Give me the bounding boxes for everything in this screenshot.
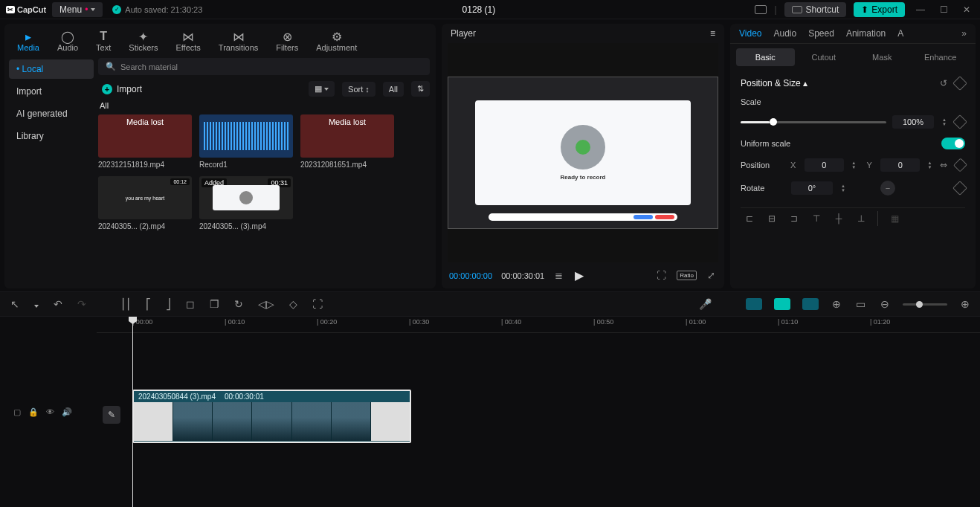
scale-slider[interactable] xyxy=(741,121,886,123)
sidebar-ai[interactable]: AI generated xyxy=(9,104,94,123)
track-square-icon[interactable]: ▢ xyxy=(13,407,21,417)
y-stepper[interactable]: ▲▼ xyxy=(926,161,934,169)
subtab-cutout[interactable]: Cutout xyxy=(795,48,854,66)
export-button[interactable]: ⬆ Export xyxy=(854,2,905,17)
mirror-tool[interactable]: ◁▷ xyxy=(257,297,276,311)
filter-all[interactable]: All xyxy=(383,82,404,97)
track-icon[interactable]: ▭ xyxy=(854,297,867,311)
mic-icon[interactable]: 🎤 xyxy=(697,297,713,311)
scale-value[interactable]: 100% xyxy=(892,115,934,129)
tab-stickers[interactable]: ✦Stickers xyxy=(126,28,160,54)
track-lock-icon[interactable]: 🔒 xyxy=(28,407,39,417)
align-right-icon[interactable]: ⊐ xyxy=(785,211,803,226)
tab-transitions[interactable]: ⋈Transitions xyxy=(216,28,260,54)
media-item[interactable]: Media lost 202312151819.mp4 xyxy=(98,114,192,169)
search-input[interactable]: 🔍 Search material xyxy=(98,58,430,75)
tab-text[interactable]: TText xyxy=(94,28,113,54)
mode-3[interactable] xyxy=(802,298,819,310)
split-tool[interactable]: ⎮⎮ xyxy=(119,297,132,311)
dup-tool[interactable]: ❐ xyxy=(208,297,221,311)
zoom-in-icon[interactable]: ⊕ xyxy=(959,297,971,311)
tab-filters[interactable]: ⊗Filters xyxy=(274,28,300,54)
scale-stepper[interactable]: ▲▼ xyxy=(940,117,949,126)
track-mute-icon[interactable]: 🔊 xyxy=(62,407,72,417)
timeline-ruler[interactable]: | 00:00 | 00:10 | 00:20 | 00:30 | 00:40 … xyxy=(97,317,980,333)
player-menu-icon[interactable]: ≡ xyxy=(710,28,715,39)
snap-icon[interactable]: ⊕ xyxy=(831,297,842,311)
tab-adjustment[interactable]: ⚙Adjustment xyxy=(314,28,359,54)
subtab-basic[interactable]: Basic xyxy=(736,48,795,66)
media-item[interactable]: Media lost 202312081651.mp4 xyxy=(300,114,394,169)
prop-tab-speed[interactable]: Speed xyxy=(808,28,834,39)
tab-effects[interactable]: ⋈Effects xyxy=(173,28,202,54)
zoom-slider[interactable] xyxy=(903,303,947,306)
zoom-out-icon[interactable]: ⊖ xyxy=(879,297,891,311)
ratio-button[interactable]: Ratio xyxy=(677,271,697,280)
chevron-right-icon[interactable]: » xyxy=(961,28,967,39)
prop-tab-more[interactable]: A xyxy=(897,28,903,39)
rotate-value[interactable]: 0° xyxy=(791,181,833,195)
mode-1[interactable] xyxy=(746,298,762,310)
tab-media[interactable]: ▸Media xyxy=(15,28,42,54)
sidebar-import[interactable]: Import xyxy=(9,82,94,101)
timeline-clip[interactable]: 202403050844 (3).mp4 00:00:30:01 xyxy=(132,390,411,443)
category-all[interactable]: All xyxy=(100,101,430,110)
player-viewport[interactable]: Ready to record xyxy=(448,43,718,262)
track-edit-icon[interactable]: ✎ xyxy=(103,406,120,424)
reset-icon[interactable]: ↺ xyxy=(940,78,947,88)
keyframe-icon[interactable] xyxy=(952,181,967,196)
track-eye-icon[interactable]: 👁 xyxy=(46,407,54,417)
prop-tab-video[interactable]: Video xyxy=(739,28,761,39)
uniform-toggle[interactable] xyxy=(941,138,965,149)
align-bottom-icon[interactable]: ⊥ xyxy=(852,211,870,226)
media-item[interactable]: 00:12you are my heart 20240305... (2).mp… xyxy=(98,176,192,230)
tab-audio[interactable]: ◯Audio xyxy=(55,28,80,54)
track-area[interactable]: | 00:00 | 00:10 | 00:20 | 00:30 | 00:40 … xyxy=(97,317,980,507)
keyframe-icon[interactable] xyxy=(952,76,967,91)
align-vcenter-icon[interactable]: ┼ xyxy=(830,211,848,226)
import-button[interactable]: + Import xyxy=(98,82,146,97)
sidebar-local[interactable]: • Local xyxy=(9,59,94,79)
cursor-tool[interactable]: ↖ xyxy=(9,297,21,311)
filter-button[interactable]: ⇅ xyxy=(411,81,430,97)
dropdown-icon[interactable] xyxy=(33,297,40,311)
align-hcenter-icon[interactable]: ⊟ xyxy=(763,211,781,226)
link-icon[interactable]: ⇔ xyxy=(940,160,950,170)
flip-icon[interactable]: − xyxy=(880,181,895,196)
keyframe-icon[interactable] xyxy=(952,114,967,129)
redo-button[interactable]: ↷ xyxy=(76,297,88,311)
trim-right-tool[interactable]: ⎦ xyxy=(164,297,173,311)
media-item[interactable]: Added00:31 20240305... (3).mp4 xyxy=(199,176,293,230)
x-stepper[interactable]: ▲▼ xyxy=(850,161,858,169)
subtab-enhance[interactable]: Enhance xyxy=(912,48,970,66)
position-x[interactable]: 0 xyxy=(805,158,844,172)
view-mode[interactable]: ▦ xyxy=(309,81,335,97)
undo-button[interactable]: ↶ xyxy=(52,297,64,311)
close-button[interactable]: ✕ xyxy=(959,4,974,15)
frame-icon[interactable]: ⛶ xyxy=(655,268,668,282)
distribute-icon[interactable]: ▦ xyxy=(886,211,903,226)
sidebar-library[interactable]: Library xyxy=(9,126,94,146)
media-item[interactable]: Record1 xyxy=(199,114,293,169)
subtab-mask[interactable]: Mask xyxy=(853,48,912,66)
keyframe-icon[interactable] xyxy=(953,158,967,172)
align-top-icon[interactable]: ⊤ xyxy=(807,211,825,226)
prop-tab-animation[interactable]: Animation xyxy=(846,28,886,39)
crop2-tool[interactable]: ⛶ xyxy=(311,297,324,311)
prop-tab-audio[interactable]: Audio xyxy=(773,28,796,39)
list-icon[interactable]: ≣ xyxy=(553,268,564,282)
rotate-tool[interactable]: ◇ xyxy=(288,297,299,311)
play-button[interactable]: ▶ xyxy=(573,267,585,284)
crop-tool[interactable]: ◻ xyxy=(184,297,196,311)
position-y[interactable]: 0 xyxy=(880,158,920,172)
rotate-stepper[interactable]: ▲▼ xyxy=(839,184,848,193)
shortcut-button[interactable]: Shortcut xyxy=(784,2,847,17)
align-left-icon[interactable]: ⊏ xyxy=(741,211,758,226)
fullscreen-icon[interactable]: ⤢ xyxy=(706,268,717,282)
minimize-button[interactable]: — xyxy=(912,4,929,15)
mode-2[interactable] xyxy=(774,298,790,310)
maximize-button[interactable]: ☐ xyxy=(936,4,952,15)
layout-icon[interactable] xyxy=(755,5,767,14)
sort-button[interactable]: Sort ↕ xyxy=(342,82,375,97)
menu-button[interactable]: Menu• xyxy=(52,2,103,17)
